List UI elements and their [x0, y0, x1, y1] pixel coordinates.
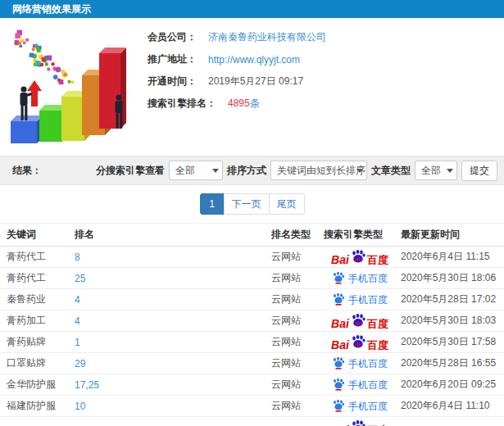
table-row: 口罩贴牌 29 云网站 du [0, 353, 504, 374]
engine-cell: du 手机百度 [319, 399, 401, 414]
baidu-mobile-logo-icon: 手机百度 [332, 292, 388, 307]
engine-cell: Bai du 百度 [319, 334, 401, 351]
info-row-rank-count: 搜索引擎排名： 4895条 [143, 93, 504, 115]
promo-url-link[interactable]: http://www.qlyyjt.com [208, 54, 300, 66]
engine-filter-label: 分搜索引擎查看 [96, 164, 165, 178]
header-updated: 最新更新时间 [401, 228, 497, 242]
filter-controls: 分搜索引擎查看 全部 排序方式 关键词由短到长排序 文章类型 全部 提交 [96, 161, 497, 181]
sort-filter-select[interactable]: 关键词由短到长排序 [270, 161, 367, 180]
rank-type-cell: 云网站 [271, 356, 319, 370]
rank-type-cell: 云网站 [271, 335, 319, 349]
confetti-dots [15, 30, 74, 84]
chevron-down-icon [212, 169, 219, 173]
keyword-cell: 膏药代工 [7, 250, 75, 264]
open-time-label: 开通时间： [143, 75, 197, 88]
rank-count-value: 4895条 [228, 97, 260, 111]
window-titlebar: 网络营销效果展示 [0, 0, 504, 18]
svg-text:du: du [355, 256, 362, 261]
rank-type-cell: 云网站 [271, 271, 319, 285]
page-button-current[interactable]: 1 [200, 193, 225, 215]
baidu-mobile-logo-icon: 手机百度 [332, 271, 388, 286]
article-type-select[interactable]: 全部 [415, 161, 457, 180]
rank-count-suffix: 条 [250, 97, 260, 109]
rank-count-label: 搜索引擎排名： [143, 97, 216, 111]
article-type-value: 全部 [421, 164, 441, 178]
rank-type-cell: 云网站 [271, 378, 319, 392]
company-label: 会员公司： [143, 30, 197, 44]
company-info-section: 会员公司： 济南秦鲁药业科技有限公司 推广地址： http://www.qlyy… [0, 18, 504, 156]
header-rank-type: 排名类型 [271, 228, 319, 242]
engine-cell: du 手机百度 [319, 292, 401, 307]
baidu-pc-logo-icon: Bai du 百度 [331, 419, 388, 426]
table-row: 福建防护服 10 云网站 du [0, 396, 504, 417]
keyword-cell: 膏药代工 [7, 271, 75, 285]
rank-link[interactable]: 29 [75, 358, 85, 369]
keyword-cell: 金华防护服 [7, 378, 75, 392]
table-header-row: 关键词 排名 排名类型 搜索引擎类型 最新更新时间 [0, 224, 504, 247]
company-name-link[interactable]: 济南秦鲁药业科技有限公司 [208, 30, 326, 44]
header-keyword: 关键词 [7, 228, 75, 242]
rank-link[interactable]: 4 [75, 294, 80, 306]
rank-count-number: 4895 [228, 97, 250, 109]
engine-cell: du 手机百度 [319, 378, 401, 392]
engine-filter-value: 全部 [175, 164, 195, 178]
keyword-cell: 秦鲁药业 [7, 292, 75, 306]
info-row-url: 推广地址： http://www.qlyyjt.com [143, 48, 504, 70]
page-button-next[interactable]: 下一页 [224, 193, 270, 215]
page-title: 网络营销效果展示 [12, 2, 91, 16]
sort-filter-label: 排序方式 [227, 164, 266, 178]
rank-link[interactable]: 25 [75, 273, 85, 284]
bar-chart-illustration [2, 25, 142, 149]
rank-link[interactable]: 8 [75, 252, 80, 263]
keyword-cell: 膏药贴牌 [7, 335, 75, 349]
rank-type-cell: 云网站 [271, 292, 319, 306]
updated-cell: 2020年5月28日 16:55 [401, 356, 497, 370]
promo-url-label: 推广地址： [143, 52, 197, 66]
result-label: 结果： [12, 164, 42, 178]
engine-cell: du 手机百度 [319, 271, 401, 286]
info-row-opened: 开通时间： 2019年5月27日 09:17 [143, 70, 504, 93]
rank-link[interactable]: 1 [75, 337, 80, 348]
table-row: 膏药贴牌 1 云网站 Bai du 百度 [0, 332, 504, 353]
engine-cell: Bai du 百度 [319, 313, 401, 329]
company-info-list: 会员公司： 济南秦鲁药业科技有限公司 推广地址： http://www.qlyy… [143, 26, 504, 115]
header-rank: 排名 [75, 228, 271, 242]
updated-cell: 2020年5月28日 17:02 [401, 292, 497, 306]
svg-text:du: du [355, 320, 362, 325]
baidu-mobile-logo-icon: 手机百度 [332, 378, 388, 392]
updated-cell: 2020年5月30日 17:58 [401, 335, 497, 349]
updated-cell: 2020年6月20日 09:25 [401, 378, 497, 392]
filter-bar: 结果： 分搜索引擎查看 全部 排序方式 关键词由短到长排序 文章类型 全部 提交 [0, 156, 504, 185]
keyword-cell: 口罩贴牌 [7, 356, 75, 370]
table-row: 金华防护服 17,25 云网站 du [0, 374, 504, 396]
engine-filter-select[interactable]: 全部 [169, 161, 223, 180]
header-engine-type: 搜索引擎类型 [319, 228, 401, 242]
results-table: 关键词 排名 排名类型 搜索引擎类型 最新更新时间 膏药代工 8 云网站 Bai… [0, 223, 504, 426]
baidu-pc-logo-icon: Bai du 百度 [331, 313, 388, 329]
updated-cell: 2020年5月30日 18:03 [401, 314, 497, 328]
submit-button[interactable]: 提交 [461, 161, 497, 181]
rank-link[interactable]: 17,25 [75, 379, 99, 391]
info-row-company: 会员公司： 济南秦鲁药业科技有限公司 [143, 26, 504, 48]
baidu-pc-logo-icon: Bai du 百度 [331, 334, 388, 351]
baidu-mobile-logo-icon: 手机百度 [332, 399, 388, 414]
table-row: Bai du 百度 [0, 417, 504, 426]
rank-link[interactable]: 10 [75, 401, 85, 412]
pagination: 1 下一页 尾页 [0, 185, 504, 223]
open-time-value: 2019年5月27日 09:17 [208, 75, 303, 88]
engine-cell: du 手机百度 [319, 356, 401, 371]
table-row: 膏药代工 25 云网站 du [0, 268, 504, 289]
rank-link[interactable]: 4 [75, 315, 80, 327]
updated-cell: 2020年5月30日 18:06 [401, 271, 497, 285]
updated-cell: 2020年6月4日 11:15 [401, 250, 497, 264]
engine-cell: Bai du 百度 [319, 419, 401, 426]
chevron-down-icon [356, 169, 363, 173]
chevron-down-icon [447, 169, 453, 173]
table-body: 膏药代工 8 云网站 Bai du 百度 [0, 247, 504, 426]
baidu-pc-logo-icon: Bai du 百度 [331, 249, 388, 265]
sort-filter-value: 关键词由短到长排序 [277, 164, 366, 178]
page-button-last[interactable]: 尾页 [269, 193, 305, 215]
table-row: 秦鲁药业 4 云网站 du [0, 289, 504, 310]
engine-cell: Bai du 百度 [319, 249, 401, 265]
businessman-left-figure [20, 86, 33, 120]
